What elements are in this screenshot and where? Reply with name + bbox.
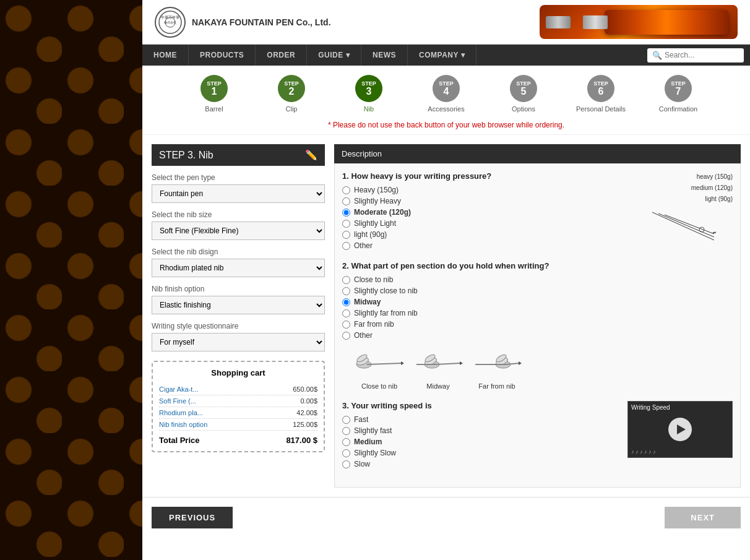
- logo-area: 中屋万年筆 株式会社 NAKAYA FOUNTAIN PEN Co., Ltd.: [155, 7, 331, 38]
- svg-line-5: [658, 213, 714, 237]
- nav-search-box[interactable]: 🔍: [647, 48, 744, 62]
- nav-guide[interactable]: GUIDE ▾: [307, 45, 361, 66]
- cart-total-label: Total Price: [159, 436, 200, 445]
- cart-item-name: Cigar Aka-t...: [159, 386, 199, 393]
- q1-option-2[interactable]: Moderate (120g): [342, 208, 646, 217]
- writing-style-label: Writing style questionnaire: [152, 322, 325, 330]
- step-1-barrel[interactable]: STEP 1 Barrel: [177, 75, 251, 113]
- cart-title: Shopping cart: [159, 368, 317, 377]
- question-2: 2. What part of pen section do you hold …: [342, 261, 733, 390]
- question-3: Writing Speed ♪ ♪ ♪ ♪ ♪ ♪ 3. Your writin…: [342, 401, 733, 468]
- cart-item: Nib finish option 125.00$: [159, 419, 317, 431]
- q3-option-1[interactable]: Slightly fast: [342, 426, 618, 435]
- step-2-label: Clip: [286, 105, 298, 113]
- nav-company[interactable]: COMPANY ▾: [408, 45, 476, 66]
- q3-option-3[interactable]: Slightly Slow: [342, 449, 618, 457]
- q2-option-1[interactable]: Slightly close to nib: [342, 286, 733, 295]
- right-panel: Description heavy (150g) medium (120g) l…: [334, 144, 741, 488]
- cart-total-value: 817.00 $: [286, 436, 317, 445]
- nav-home[interactable]: HOME: [142, 45, 189, 66]
- step-2-circle: STEP 2: [278, 75, 305, 102]
- svg-line-6: [665, 215, 714, 234]
- nib-finish-select[interactable]: Elastic finishing Standard finishing: [152, 296, 325, 314]
- description-content: heavy (150g) medium (120g) light (90g): [334, 163, 741, 488]
- nib-size-label: Select the nib size: [152, 210, 325, 219]
- svg-marker-25: [519, 361, 522, 365]
- svg-marker-19: [460, 361, 463, 365]
- cart-item-price: 42.00$: [296, 409, 317, 416]
- grip-far-from-nib: Far from nib: [472, 346, 522, 390]
- q1-options: Heavy (150g) Slightly Heavy Moderate (12…: [342, 186, 646, 250]
- q2-title: 2. What part of pen section do you hold …: [342, 261, 733, 270]
- step-3-circle: STEP 3: [355, 75, 382, 102]
- step-7-confirmation[interactable]: STEP 7 Confirmation: [641, 75, 715, 113]
- pencil-icon: ✏️: [305, 149, 317, 161]
- q1-option-1[interactable]: Slightly Heavy: [342, 197, 646, 205]
- grip-midway-svg: [413, 346, 463, 380]
- q3-option-2[interactable]: Medium: [342, 437, 618, 446]
- q2-option-3[interactable]: Slightly far from nib: [342, 309, 733, 317]
- q3-options: Fast Slightly fast Medium Slightly Slow: [342, 415, 618, 468]
- q3-option-0[interactable]: Fast: [342, 415, 618, 424]
- q1-option-4[interactable]: light (90g): [342, 230, 646, 239]
- step-3-nib[interactable]: STEP 3 Nib: [332, 75, 406, 113]
- nib-design-select[interactable]: Rhodium plated nib Gold nib: [152, 259, 325, 277]
- step-4-accessories[interactable]: STEP 4 Accessories: [409, 75, 483, 113]
- nib-finish-group: Nib finish option Elastic finishing Stan…: [152, 285, 325, 314]
- previous-button[interactable]: PREVIOUS: [152, 507, 233, 528]
- cart-item: Soft Fine (... 0.00$: [159, 395, 317, 407]
- description-title: Description: [334, 144, 741, 163]
- pressure-label-light: light (90g): [646, 194, 733, 205]
- step-5-label: Options: [512, 105, 535, 113]
- cart-item-name: Nib finish option: [159, 421, 207, 428]
- nib-design-group: Select the nib disign Rhodium plated nib…: [152, 248, 325, 277]
- nav-news[interactable]: NEWS: [361, 45, 408, 66]
- step-7-label: Confirmation: [659, 105, 697, 113]
- q2-options: Close to nib Slightly close to nib Midwa…: [342, 275, 733, 340]
- step-6-circle: STEP 6: [587, 75, 614, 102]
- q1-option-5[interactable]: Other: [342, 241, 646, 250]
- nib-finish-label: Nib finish option: [152, 285, 325, 293]
- q2-option-0[interactable]: Close to nib: [342, 275, 733, 284]
- step-6-personal[interactable]: STEP 6 Personal Details: [564, 75, 638, 113]
- q3-option-4[interactable]: Slow: [342, 460, 618, 468]
- grip-close-label: Close to nib: [361, 382, 397, 390]
- cart-item-price: 650.00$: [293, 386, 317, 393]
- speed-video-title: Writing Speed: [631, 404, 670, 411]
- step-2-clip[interactable]: STEP 2 Clip: [254, 75, 329, 113]
- q2-option-4[interactable]: Far from nib: [342, 320, 733, 329]
- step-5-options[interactable]: STEP 5 Options: [486, 75, 561, 113]
- pen-type-label: Select the pen type: [152, 173, 325, 182]
- grip-far-svg: [472, 346, 522, 380]
- q1-option-3[interactable]: Slightly Light: [342, 219, 646, 228]
- warning-message: * Please do not use the back button of y…: [142, 116, 750, 135]
- play-triangle: [677, 424, 686, 434]
- cart-item: Rhodium pla... 42.00$: [159, 407, 317, 419]
- step-4-circle: STEP 4: [433, 75, 460, 102]
- pressure-label-heavy: heavy (150g): [646, 171, 733, 183]
- grip-far-label: Far from nib: [478, 382, 515, 390]
- logo-seal: 中屋万年筆 株式会社: [155, 7, 186, 38]
- svg-rect-7: [713, 231, 716, 233]
- q2-option-5[interactable]: Other: [342, 331, 733, 340]
- cart-item-price: 125.00$: [293, 421, 317, 428]
- next-button[interactable]: NEXT: [665, 507, 741, 528]
- navigation: HOME PRODUCTS ORDER GUIDE ▾ NEWS COMPANY…: [142, 45, 750, 66]
- nav-order[interactable]: ORDER: [256, 45, 307, 66]
- steps-bar: STEP 1 Barrel STEP 2 Clip STEP 3 Nib: [142, 66, 750, 116]
- grip-close-to-nib: Close to nib: [355, 346, 404, 390]
- q1-option-0[interactable]: Heavy (150g): [342, 186, 646, 194]
- grip-midway-label: Midway: [426, 382, 449, 390]
- cart-item-name: Soft Fine (...: [159, 397, 196, 405]
- nav-products[interactable]: PRODUCTS: [189, 45, 256, 66]
- writing-style-select[interactable]: For myself For others: [152, 333, 325, 351]
- question-1: heavy (150g) medium (120g) light (90g): [342, 171, 733, 250]
- nib-size-select[interactable]: Soft Fine (Flexible Fine) Fine Medium Br…: [152, 222, 325, 240]
- play-button[interactable]: [668, 418, 692, 441]
- cart-item: Cigar Aka-t... 650.00$: [159, 384, 317, 395]
- pen-type-select[interactable]: Fountain pen Dip pen: [152, 184, 325, 203]
- search-input[interactable]: [665, 51, 739, 59]
- bottom-buttons: PREVIOUS NEXT: [142, 497, 750, 538]
- sidebar-background: [0, 0, 142, 560]
- q2-option-2[interactable]: Midway: [342, 298, 733, 306]
